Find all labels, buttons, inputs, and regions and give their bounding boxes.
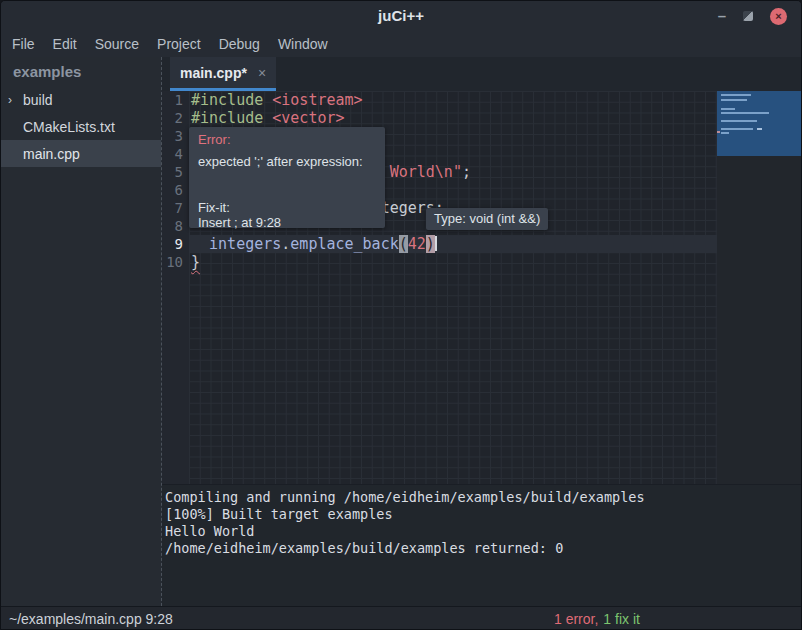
code-segment [191, 235, 209, 253]
cursor-location: ~/examples/main.cpp 9:28 [9, 611, 173, 627]
line-number: 4 [162, 145, 189, 163]
minimap-code-mark [721, 99, 747, 101]
minimap-code-mark [721, 112, 769, 114]
status-bar: ~/examples/main.cpp 9:28 1 error, 1 fix … [1, 606, 801, 630]
type-tooltip: Type: void (int &&) [426, 208, 548, 230]
sidebar-item-main-cpp[interactable]: main.cpp [1, 140, 161, 167]
minimap-code-mark [721, 94, 751, 96]
tab-close-icon[interactable]: × [258, 65, 266, 81]
minimap-code-mark [717, 131, 720, 133]
menu-file[interactable]: File [3, 31, 44, 57]
tab-bar: main.cpp*× [162, 57, 801, 91]
line-number: 1 [162, 91, 189, 109]
diagnostics-summary: 1 error, 1 fix it [554, 607, 640, 630]
minimap-code-mark [721, 120, 757, 122]
error-count: 1 error, [554, 611, 598, 627]
text-cursor [435, 236, 437, 251]
terminal-line: [100%] Built target examples [165, 506, 801, 523]
menu-edit[interactable]: Edit [44, 31, 86, 57]
fixit-message: Insert ; at 9:28 [198, 215, 385, 230]
code-segment: ( [399, 235, 408, 253]
code-line[interactable]: #include <iostream> [189, 91, 717, 109]
sidebar-item-cmakelists-txt[interactable]: CMakeLists.txt [1, 113, 161, 140]
code-segment: 42 [408, 235, 426, 253]
line-number: 9 [162, 235, 189, 253]
build-output-terminal: Compiling and running /home/eidheim/exam… [162, 484, 801, 606]
line-number: 6 [162, 181, 189, 199]
app-window: juCi++ – × FileEditSourceProjectDebugWin… [0, 0, 802, 630]
code-segment: . [281, 235, 290, 253]
file-tree-sidebar: examples ›buildCMakeLists.txtmain.cpp [1, 57, 161, 606]
tree-item-label: build [23, 92, 53, 108]
menu-project[interactable]: Project [148, 31, 210, 57]
code-editor[interactable]: 12345678910 #include <iostream>#include … [162, 91, 801, 484]
code-line[interactable]: integers.emplace_back(42) [189, 235, 717, 253]
code-segment: emplace_back [290, 235, 398, 253]
minimize-button[interactable]: – [718, 11, 726, 21]
line-number: 10 [162, 253, 189, 271]
menu-debug[interactable]: Debug [210, 31, 269, 57]
line-number: 2 [162, 109, 189, 127]
code-segment: <iostream> [272, 91, 362, 109]
code-segment: } [191, 253, 200, 271]
minimap-visible-region[interactable] [717, 91, 801, 156]
file-tree: ›buildCMakeLists.txtmain.cpp [1, 86, 161, 167]
minimap-code-mark [721, 128, 753, 130]
main-area: examples ›buildCMakeLists.txtmain.cpp ma… [1, 57, 801, 606]
fixit-count: 1 fix it [603, 611, 640, 627]
title-bar[interactable]: juCi++ – × [1, 1, 801, 31]
close-button[interactable]: × [770, 8, 787, 25]
line-number-gutter: 12345678910 [162, 91, 189, 484]
window-title: juCi++ [1, 1, 801, 31]
fixit-label: Fix-it: [198, 200, 385, 215]
window-controls: – × [718, 1, 787, 31]
diagnostic-tooltip: Error: expected ';' after expression: Fi… [189, 127, 385, 228]
code-segment: #include [191, 109, 263, 127]
tree-item-label: CMakeLists.txt [23, 119, 115, 135]
code-line[interactable]: } [189, 253, 717, 271]
tab-main-cpp[interactable]: main.cpp*× [170, 57, 276, 91]
code-segment: #include [191, 91, 263, 109]
tab-label: main.cpp* [180, 65, 247, 81]
code-segment [263, 91, 272, 109]
code-segment [263, 109, 272, 127]
code-segment: ) [426, 235, 435, 253]
menu-bar: FileEditSourceProjectDebugWindow [1, 31, 801, 57]
error-message: expected ';' after expression: [198, 154, 385, 169]
menu-window[interactable]: Window [269, 31, 337, 57]
restore-window-icon[interactable] [743, 11, 753, 21]
line-number: 8 [162, 217, 189, 235]
minimap[interactable] [717, 91, 801, 484]
code-segment: ; [462, 163, 471, 181]
minimap-code-mark [757, 128, 762, 130]
minimap-code-mark [721, 132, 729, 134]
code-segment: integers [209, 235, 281, 253]
code-segment: <vector> [272, 109, 344, 127]
tree-item-label: main.cpp [23, 146, 80, 162]
menu-source[interactable]: Source [86, 31, 148, 57]
code-line[interactable]: #include <vector> [189, 109, 717, 127]
terminal-line: Compiling and running /home/eidheim/exam… [165, 489, 801, 506]
line-number: 3 [162, 127, 189, 145]
line-number: 5 [162, 163, 189, 181]
terminal-line: /home/eidheim/examples/build/examples re… [165, 540, 801, 557]
sidebar-item-build[interactable]: ›build [1, 86, 161, 113]
terminal-line: Hello World [165, 523, 801, 540]
error-label: Error: [198, 132, 385, 147]
editor-pane: main.cpp*× 12345678910 #include <iostrea… [161, 57, 801, 606]
project-name-header: examples [1, 57, 161, 86]
chevron-right-icon[interactable]: › [8, 93, 23, 107]
minimap-code-mark [721, 108, 735, 110]
line-number: 7 [162, 199, 189, 217]
